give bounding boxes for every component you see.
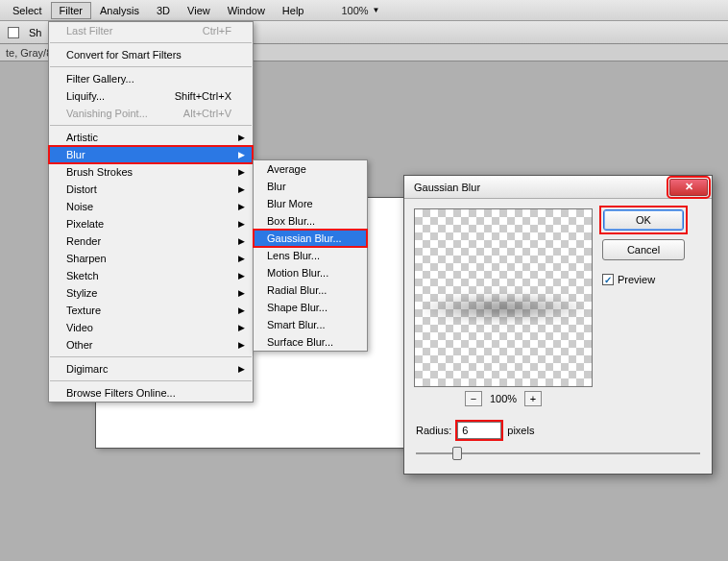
menu-filter[interactable]: Filter	[51, 2, 91, 19]
menu-help[interactable]: Help	[274, 2, 313, 19]
blur-smart[interactable]: Smart Blur...	[254, 316, 367, 333]
filter-cat-label: Other	[66, 339, 93, 351]
menu-view[interactable]: View	[179, 2, 219, 19]
menubar: Select Filter Analysis 3D View Window He…	[0, 0, 728, 21]
submenu-arrow-icon: ▶	[238, 340, 245, 350]
submenu-arrow-icon: ▶	[238, 184, 245, 194]
submenu-arrow-icon: ▶	[238, 254, 245, 263]
menu-divider	[50, 66, 252, 67]
filter-gallery-label: Filter Gallery...	[66, 73, 134, 85]
blur-shape[interactable]: Shape Blur...	[254, 299, 367, 316]
menu-divider	[50, 42, 252, 43]
submenu-arrow-icon: ▶	[238, 271, 245, 280]
filter-cat-label: Sharpen	[66, 253, 107, 264]
filter-cat-texture[interactable]: Texture▶	[49, 302, 253, 319]
filter-vanishing-shortcut: Alt+Ctrl+V	[183, 108, 231, 119]
blur-more[interactable]: Blur More	[254, 195, 367, 212]
ok-button[interactable]: OK	[603, 209, 684, 231]
preview-content	[415, 294, 592, 323]
filter-digimarc[interactable]: Digimarc▶	[49, 360, 253, 378]
filter-cat-blur[interactable]: Blur▶	[49, 146, 253, 163]
filter-cat-video[interactable]: Video▶	[49, 319, 253, 336]
filter-cat-sharpen[interactable]: Sharpen▶	[49, 250, 253, 267]
dialog-title: Gaussian Blur	[414, 182, 480, 193]
filter-last-label: Last Filter	[66, 25, 112, 37]
filter-cat-label: Distort	[66, 183, 97, 195]
submenu-arrow-icon: ▶	[238, 305, 245, 315]
filter-last-shortcut: Ctrl+F	[203, 25, 231, 37]
dialog-titlebar[interactable]: Gaussian Blur ✕	[404, 176, 712, 199]
filter-vanishing[interactable]: Vanishing Point... Alt+Ctrl+V	[49, 105, 253, 122]
filter-cat-label: Brush Strokes	[66, 166, 133, 178]
filter-convert-label: Convert for Smart Filters	[66, 49, 182, 61]
menu-analysis[interactable]: Analysis	[91, 2, 148, 19]
filter-browse-online[interactable]: Browse Filters Online...	[49, 384, 253, 402]
filter-cat-label: Sketch	[66, 270, 99, 281]
close-icon[interactable]: ✕	[669, 179, 708, 196]
filter-last[interactable]: Last Filter Ctrl+F	[49, 22, 253, 39]
filter-liquify-label: Liquify...	[66, 90, 105, 102]
blur-surface[interactable]: Surface Blur...	[254, 333, 367, 351]
filter-cat-noise[interactable]: Noise▶	[49, 198, 253, 215]
filter-gallery[interactable]: Filter Gallery...	[49, 70, 253, 87]
filter-cat-distort[interactable]: Distort▶	[49, 181, 253, 198]
submenu-arrow-icon: ▶	[238, 288, 245, 298]
blur-lens[interactable]: Lens Blur...	[254, 247, 367, 264]
filter-cat-label: Pixelate	[66, 218, 104, 230]
filter-vanishing-label: Vanishing Point...	[66, 108, 148, 119]
menu-divider	[50, 380, 252, 381]
radius-unit: pixels	[507, 425, 534, 436]
preview-checkbox-row[interactable]: ✓ Preview	[602, 274, 685, 285]
preview-checkbox[interactable]: ✓	[602, 274, 614, 285]
preview-checkbox-label: Preview	[618, 274, 655, 285]
submenu-arrow-icon: ▶	[238, 323, 245, 332]
submenu-arrow-icon: ▶	[238, 364, 245, 374]
cancel-button[interactable]: Cancel	[602, 239, 685, 260]
filter-cat-render[interactable]: Render▶	[49, 232, 253, 250]
menu-window[interactable]: Window	[219, 2, 274, 19]
menu-select[interactable]: Select	[4, 2, 51, 19]
filter-menu-dropdown: Last Filter Ctrl+F Convert for Smart Fil…	[48, 21, 254, 402]
menu-divider	[50, 125, 252, 126]
preview-zoom: 100%	[490, 393, 517, 404]
filter-cat-label: Noise	[66, 201, 93, 212]
blur-average[interactable]: Average	[254, 160, 367, 178]
blur-box[interactable]: Box Blur...	[254, 212, 367, 230]
blur-radial[interactable]: Radial Blur...	[254, 281, 367, 299]
filter-cat-sketch[interactable]: Sketch▶	[49, 267, 253, 284]
filter-cat-pixelate[interactable]: Pixelate▶	[49, 215, 253, 232]
filter-cat-label: Texture	[66, 305, 101, 316]
filter-cat-artistic[interactable]: Artistic▶	[49, 129, 253, 146]
filter-liquify[interactable]: Liquify... Shift+Ctrl+X	[49, 87, 253, 105]
slider-thumb[interactable]	[452, 447, 462, 460]
filter-cat-stylize[interactable]: Stylize▶	[49, 284, 253, 302]
submenu-arrow-icon: ▶	[238, 202, 245, 211]
zoom-out-button[interactable]: −	[465, 391, 482, 406]
zoom-level[interactable]: 100%	[341, 5, 368, 16]
zoom-in-button[interactable]: +	[524, 391, 542, 406]
blur-gaussian[interactable]: Gaussian Blur...	[254, 230, 367, 247]
filter-cat-other[interactable]: Other▶	[49, 336, 253, 354]
preview-thumbnail[interactable]	[414, 208, 593, 387]
filter-cat-brush[interactable]: Brush Strokes▶	[49, 163, 253, 181]
chevron-down-icon[interactable]: ▼	[373, 6, 380, 14]
filter-convert-smart[interactable]: Convert for Smart Filters	[49, 46, 253, 63]
radius-input[interactable]	[457, 422, 501, 439]
filter-liquify-shortcut: Shift+Ctrl+X	[175, 90, 231, 102]
gaussian-blur-dialog: Gaussian Blur ✕ − 100% + OK Cancel ✓ Pre…	[403, 175, 713, 475]
menu-3d[interactable]: 3D	[148, 2, 179, 19]
filter-digimarc-label: Digimarc	[66, 363, 108, 375]
filter-cat-label: Stylize	[66, 287, 97, 299]
submenu-arrow-icon: ▶	[238, 236, 245, 246]
document-tab-label: te, Gray/8	[6, 47, 52, 59]
show-checkbox[interactable]	[8, 27, 19, 38]
blur-blur[interactable]: Blur	[254, 178, 367, 195]
show-label: Sh	[29, 27, 41, 38]
submenu-arrow-icon: ▶	[238, 219, 245, 229]
submenu-arrow-icon: ▶	[238, 167, 245, 177]
menu-divider	[50, 356, 252, 357]
radius-slider[interactable]	[416, 445, 700, 462]
filter-cat-label: Blur	[66, 149, 85, 160]
filter-cat-label: Render	[66, 235, 101, 247]
blur-motion[interactable]: Motion Blur...	[254, 264, 367, 281]
